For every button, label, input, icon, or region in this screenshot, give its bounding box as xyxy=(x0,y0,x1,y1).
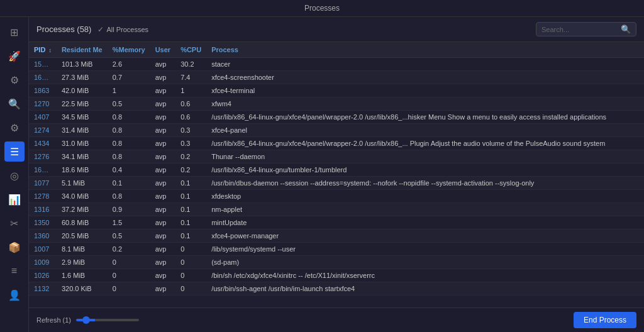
cell-process: /usr/lib/x86_64-linux-gnu/tumbler-1/tumb… xyxy=(206,163,644,177)
cell-user: avp xyxy=(150,58,175,71)
col-header-user[interactable]: User xyxy=(150,42,175,58)
cell-pid: 1007 xyxy=(29,243,57,256)
settings-icon[interactable]: ⚙ xyxy=(4,118,25,138)
col-header-pid[interactable]: PID ↕ xyxy=(29,42,57,58)
table-row[interactable]: 135060.8 MiB1.5avp0.1mintUpdate xyxy=(29,216,644,230)
table-row[interactable]: 186342.0 MiB1avp1xfce4-terminal xyxy=(29,84,644,97)
table-row[interactable]: 140734.5 MiB0.8avp0.6/usr/lib/x86_64-lin… xyxy=(29,111,644,124)
cell-process: /bin/sh /etc/xdg/xfce4/xinitrc -- /etc/X… xyxy=(206,269,644,282)
cell-cpu: 0.1 xyxy=(175,216,206,230)
cell-user: avp xyxy=(150,269,175,282)
avatar-icon[interactable]: 👤 xyxy=(4,285,25,305)
cell-cpu: 0.6 xyxy=(175,97,206,111)
checkmark-icon: ✓ xyxy=(97,25,104,34)
table-container[interactable]: PID ↕ Resident Me %Memory User %CPU Proc… xyxy=(29,42,644,307)
uninstaller-icon[interactable]: 🔍 xyxy=(4,94,25,114)
search-input[interactable] xyxy=(541,26,617,33)
cell-resident: 5.1 MiB xyxy=(57,177,108,190)
cell-resident: 34.5 MiB xyxy=(57,111,108,124)
cell-user: avp xyxy=(150,97,175,111)
cell-cpu: 0.1 xyxy=(175,203,206,216)
cell-user: avp xyxy=(150,216,175,230)
refresh-slider[interactable] xyxy=(76,319,139,321)
title-label: Processes xyxy=(304,4,340,13)
services-icon[interactable]: ⚙ xyxy=(4,70,25,90)
table-row[interactable]: 10775.1 MiB0.1avp0.1/usr/bin/dbus-daemon… xyxy=(29,177,644,190)
tools-icon[interactable]: ✂ xyxy=(4,213,25,233)
content-area: Processes (58) ✓ All Processes 🔍 PID ↕ R… xyxy=(29,17,644,332)
dashboard-icon[interactable]: ⊞ xyxy=(4,22,25,42)
cell-pid: 1274 xyxy=(29,124,57,137)
cell-pid: 1270 xyxy=(29,97,57,111)
cell-memory: 0.8 xyxy=(108,150,150,163)
table-row[interactable]: 10261.6 MiB0avp0/bin/sh /etc/xdg/xfce4/x… xyxy=(29,269,644,282)
resources-icon[interactable]: ◎ xyxy=(4,165,25,185)
cell-resident: 42.0 MiB xyxy=(57,84,108,97)
cell-cpu: 0 xyxy=(175,256,206,269)
cell-pid: 1026 xyxy=(29,269,57,282)
end-process-button[interactable]: End Process xyxy=(574,312,636,328)
col-header-memory[interactable]: %Memory xyxy=(108,42,150,58)
cell-pid: 16352 xyxy=(29,71,57,84)
cell-pid: 1434 xyxy=(29,137,57,150)
packages-icon[interactable]: 📦 xyxy=(4,237,25,257)
filters-icon[interactable]: ≡ xyxy=(4,261,25,281)
cell-cpu: 0.6 xyxy=(175,111,206,124)
cell-memory: 0.2 xyxy=(108,243,150,256)
cell-user: avp xyxy=(150,124,175,137)
cell-process: /usr/lib/x86_64-linux-gnu/xfce4/panel/wr… xyxy=(206,111,644,124)
table-row[interactable]: 136020.5 MiB0.5avp0.1xfce4-power-manager xyxy=(29,230,644,243)
table-row[interactable]: 127431.4 MiB0.8avp0.3xfce4-panel xyxy=(29,124,644,137)
cell-process: xfdesktop xyxy=(206,190,644,203)
table-row[interactable]: 10092.9 MiB0avp0(sd-pam) xyxy=(29,256,644,269)
cell-memory: 0.9 xyxy=(108,203,150,216)
cell-cpu: 0.3 xyxy=(175,137,206,150)
col-header-resident[interactable]: Resident Me xyxy=(57,42,108,58)
cell-resident: 34.0 MiB xyxy=(57,190,108,203)
cell-resident: 101.3 MiB xyxy=(57,58,108,71)
col-header-cpu[interactable]: %CPU xyxy=(175,42,206,58)
cell-memory: 2.6 xyxy=(108,58,150,71)
table-row[interactable]: 10078.1 MiB0.2avp0/lib/systemd/systemd -… xyxy=(29,243,644,256)
all-processes-button[interactable]: ✓ All Processes xyxy=(97,25,148,34)
cell-memory: 1.5 xyxy=(108,216,150,230)
cell-process: /usr/bin/dbus-daemon --session --address… xyxy=(206,177,644,190)
top-bar-left: Processes (58) ✓ All Processes xyxy=(36,25,148,34)
cell-process: /lib/systemd/systemd --user xyxy=(206,243,644,256)
table-row[interactable]: 127834.0 MiB0.8avp0.1xfdesktop xyxy=(29,190,644,203)
table-row[interactable]: 1132320.0 KiB0avp0/usr/bin/ssh-agent /us… xyxy=(29,282,644,296)
table-row[interactable]: 15104101.3 MiB2.6avp30.2stacer xyxy=(29,58,644,71)
cell-memory: 0.7 xyxy=(108,71,150,84)
table-row[interactable]: 1635227.3 MiB0.7avp7.4xfce4-screenshoote… xyxy=(29,71,644,84)
startup-icon[interactable]: 🚀 xyxy=(4,46,25,66)
cell-memory: 0.1 xyxy=(108,177,150,190)
cell-memory: 0 xyxy=(108,256,150,269)
cell-cpu: 0.1 xyxy=(175,230,206,243)
cell-process: /usr/lib/x86_64-linux-gnu/xfce4/panel/wr… xyxy=(206,137,644,150)
cell-resident: 8.1 MiB xyxy=(57,243,108,256)
table-row[interactable]: 1608618.6 MiB0.4avp0.2/usr/lib/x86_64-li… xyxy=(29,163,644,177)
table-row[interactable]: 131637.2 MiB0.9avp0.1nm-applet xyxy=(29,203,644,216)
cell-resident: 20.5 MiB xyxy=(57,230,108,243)
processes-icon[interactable]: ☰ xyxy=(4,141,25,162)
table-row[interactable]: 143431.0 MiB0.8avp0.3/usr/lib/x86_64-lin… xyxy=(29,137,644,150)
table-row[interactable]: 127022.5 MiB0.5avp0.6xfwm4 xyxy=(29,97,644,111)
cell-pid: 15104 xyxy=(29,58,57,71)
cell-resident: 60.8 MiB xyxy=(57,216,108,230)
cell-cpu: 0.2 xyxy=(175,150,206,163)
charts-icon[interactable]: 📊 xyxy=(4,189,25,209)
search-box[interactable]: 🔍 xyxy=(536,22,636,36)
cell-resident: 31.4 MiB xyxy=(57,124,108,137)
table-row[interactable]: 127634.1 MiB0.8avp0.2Thunar --daemon xyxy=(29,150,644,163)
cell-process: mintUpdate xyxy=(206,216,644,230)
col-header-process[interactable]: Process xyxy=(206,42,644,58)
cell-cpu: 0 xyxy=(175,243,206,256)
cell-cpu: 1 xyxy=(175,84,206,97)
cell-pid: 1407 xyxy=(29,111,57,124)
cell-user: avp xyxy=(150,111,175,124)
cell-user: avp xyxy=(150,243,175,256)
cell-resident: 2.9 MiB xyxy=(57,256,108,269)
sidebar: ⊞🚀⚙🔍⚙☰◎📊✂📦≡👤 xyxy=(0,17,29,332)
cell-resident: 27.3 MiB xyxy=(57,71,108,84)
cell-memory: 0.8 xyxy=(108,111,150,124)
